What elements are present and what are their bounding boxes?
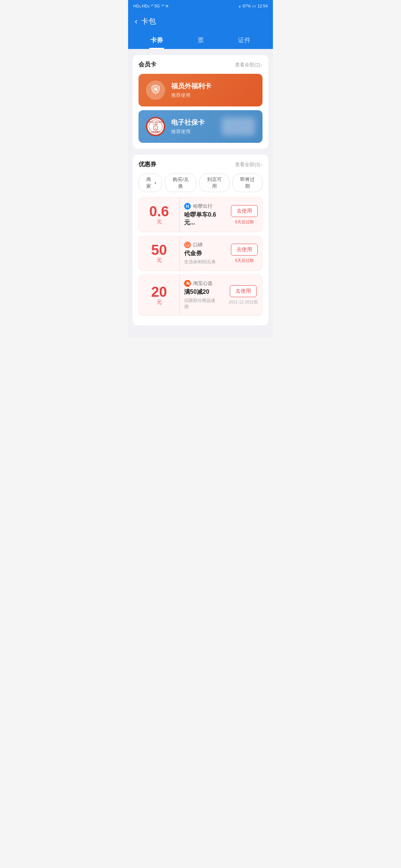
coupon-haluo-action: 去使用 6天后过期 xyxy=(226,198,262,232)
coupon-koubei-merchant-row: 口 口碑 xyxy=(184,241,222,248)
shebao-card-icon: SOCIAL SECURITY CARD 人 社会保障卡 xyxy=(146,117,165,136)
coupon-taobao-desc: 仅限部分商品使用 xyxy=(184,297,220,310)
coupon-koubei-title: 代金券 xyxy=(184,250,222,257)
coupon-taobao-unit: 元 xyxy=(157,299,162,306)
coupon-koubei-action: 去使用 5天后过期 xyxy=(226,236,262,270)
coupon-haluo-title: 哈啰单车0.6元... xyxy=(184,211,222,227)
tab-ticket[interactable]: 票 xyxy=(179,32,222,49)
page-title: 卡包 xyxy=(141,16,156,26)
member-section-more[interactable]: 查看全部(2) › xyxy=(235,62,263,68)
shebao-card-name: 电子社保卡 xyxy=(171,118,205,127)
taobao-merchant-name: 淘宝心选 xyxy=(193,280,212,287)
coupon-taobao-amount-area: 20 元 xyxy=(139,275,180,315)
coupon-haluo-unit: 元 xyxy=(157,218,162,225)
filter-merchant[interactable]: 商家 ▾ xyxy=(138,174,162,192)
chevron-right-icon-2: › xyxy=(261,162,263,167)
bluetooth-icon: ⁎ xyxy=(239,4,241,9)
coupon-section: 优惠券 查看全部(3) › 商家 ▾ 购买/兑换 到店可用 即将过期 xyxy=(133,155,268,325)
coupon-koubei-expire: 5天后过期 xyxy=(235,258,254,263)
status-bar: HD₁ HD₂ ᵘˡˡ 5G ᵘˡˡ ≋ ⁎ 67% ▭ 12:54 xyxy=(128,0,273,12)
member-card-section: 会员卡 查看全部(2) › 福 福员外福利卡 推荐使用 xyxy=(133,55,268,149)
coupon-section-header: 优惠券 查看全部(3) › xyxy=(138,161,263,168)
fuliwai-card-icon: 福 xyxy=(146,80,165,100)
coupon-koubei-info: 口 口碑 代金券 生活休闲50元券 xyxy=(180,236,226,270)
coupon-taobao-use-button[interactable]: 去使用 xyxy=(230,285,257,297)
coupon-filters: 商家 ▾ 购买/兑换 到店可用 即将过期 xyxy=(138,174,263,192)
coupon-haluo-amount: 0.6 xyxy=(149,204,169,218)
tab-cert[interactable]: 证件 xyxy=(222,32,266,49)
coupon-koubei-amount-area: 50 元 xyxy=(139,236,180,270)
header-nav: ‹ 卡包 xyxy=(135,16,266,26)
coupon-taobao-expire: 2021-12-20过期 xyxy=(229,299,258,305)
fuliwai-card-name: 福员外福利卡 xyxy=(171,82,211,91)
coupon-taobao-merchant-row: 淘 淘宝心选 xyxy=(184,280,220,287)
coupon-section-more[interactable]: 查看全部(3) › xyxy=(235,161,263,168)
svg-text:口: 口 xyxy=(186,244,189,246)
svg-text:社会保障卡: 社会保障卡 xyxy=(151,131,160,133)
member-section-header: 会员卡 查看全部(2) › xyxy=(138,61,263,69)
coupon-taobao-action: 去使用 2021-12-20过期 xyxy=(224,275,262,315)
coupon-section-title: 优惠券 xyxy=(138,161,156,168)
merchant-filter-arrow: ▾ xyxy=(154,181,156,185)
back-button[interactable]: ‹ xyxy=(135,17,137,26)
clock: 12:54 xyxy=(257,4,268,8)
tab-card[interactable]: 卡券 xyxy=(135,32,179,49)
coupon-haluo-expire: 6天后过期 xyxy=(235,219,254,225)
fuliwai-card-info: 福员外福利卡 推荐使用 xyxy=(171,82,211,99)
member-card-shebao[interactable]: SOCIAL SECURITY CARD 人 社会保障卡 电子社保卡 推荐使用 xyxy=(138,110,263,143)
coupon-taobao: 20 元 淘 淘宝心选 满50减20 仅限部分商品使用 去使用 2021-12-… xyxy=(138,274,263,316)
main-content: 会员卡 查看全部(2) › 福 福员外福利卡 推荐使用 xyxy=(128,49,273,337)
status-right: ⁎ 67% ▭ 12:54 xyxy=(239,4,268,9)
coupon-koubei: 50 元 口 口碑 代金券 生活休闲50元券 xyxy=(138,236,263,271)
haluo-merchant-icon: H xyxy=(184,203,191,210)
fuliwai-card-subtitle: 推荐使用 xyxy=(171,92,211,99)
coupon-koubei-desc: 生活休闲50元券 xyxy=(184,259,222,265)
member-section-title: 会员卡 xyxy=(138,61,156,69)
koubei-icon-symbol: 口 xyxy=(185,242,190,248)
koubei-merchant-name: 口碑 xyxy=(193,241,203,248)
shebao-blur-overlay xyxy=(222,117,255,136)
filter-instore[interactable]: 到店可用 xyxy=(199,174,229,192)
chevron-right-icon: › xyxy=(261,62,263,68)
status-left: HD₁ HD₂ ᵘˡˡ 5G ᵘˡˡ ≋ xyxy=(133,4,169,9)
svg-text:人: 人 xyxy=(154,127,157,129)
coupon-haluo: 0.6 元 H 哈啰出行 哈啰单车0.6元... 去使用 6天后过期 xyxy=(138,197,263,232)
coupon-haluo-info: H 哈啰出行 哈啰单车0.6元... xyxy=(180,198,226,232)
coupon-koubei-use-button[interactable]: 去使用 xyxy=(231,244,258,256)
coupon-taobao-info: 淘 淘宝心选 满50减20 仅限部分商品使用 xyxy=(180,275,224,315)
shebao-card-subtitle: 推荐使用 xyxy=(171,128,205,135)
filter-buy[interactable]: 购买/兑换 xyxy=(165,174,196,192)
svg-text:福: 福 xyxy=(153,87,157,91)
coupon-haluo-amount-area: 0.6 元 xyxy=(139,198,180,232)
coupon-taobao-title: 满50减20 xyxy=(184,288,220,296)
haluo-merchant-name: 哈啰出行 xyxy=(193,203,212,210)
coupon-haluo-merchant-row: H 哈啰出行 xyxy=(184,203,222,210)
battery-icon: ▭ xyxy=(252,4,256,9)
svg-text:SOCIAL SECURITY: SOCIAL SECURITY xyxy=(147,121,164,123)
filter-expiring[interactable]: 即将过期 xyxy=(232,174,263,192)
tab-bar: 卡券 票 证件 xyxy=(135,32,266,49)
koubei-merchant-icon: 口 xyxy=(184,241,191,248)
fuliwai-icon-symbol: 福 xyxy=(150,84,161,96)
battery-percent: 67% xyxy=(242,4,251,8)
header: ‹ 卡包 卡券 票 证件 xyxy=(128,12,273,49)
signal-indicators: HD₁ HD₂ ᵘˡˡ 5G ᵘˡˡ ≋ xyxy=(133,4,169,9)
shebao-card-info: 电子社保卡 推荐使用 xyxy=(171,118,205,135)
coupon-koubei-unit: 元 xyxy=(157,257,162,264)
coupon-haluo-use-button[interactable]: 去使用 xyxy=(231,205,258,217)
svg-text:CARD: CARD xyxy=(153,124,159,125)
taobao-merchant-icon: 淘 xyxy=(184,280,191,287)
member-card-fuliwai[interactable]: 福 福员外福利卡 推荐使用 xyxy=(138,74,263,106)
coupon-taobao-amount: 20 xyxy=(151,285,167,299)
coupon-koubei-amount: 50 xyxy=(151,243,167,257)
